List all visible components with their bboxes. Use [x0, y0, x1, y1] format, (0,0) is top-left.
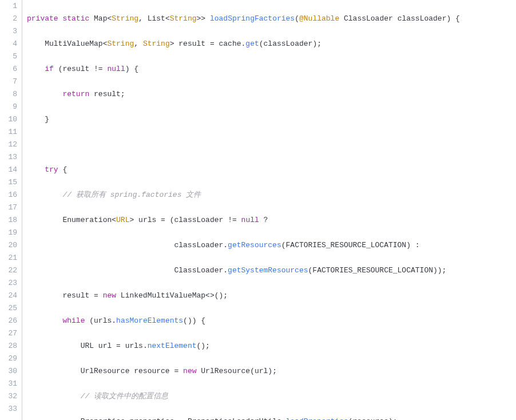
line-number: 29 — [2, 352, 17, 365]
code-line[interactable]: if (result != null) { — [27, 63, 516, 76]
line-number: 24 — [2, 290, 17, 302]
line-number: 4 — [2, 38, 17, 50]
line-number: 19 — [2, 227, 17, 239]
code-line[interactable]: try { — [27, 164, 516, 176]
line-number: 30 — [2, 365, 17, 378]
line-number: 20 — [2, 239, 17, 252]
line-number: 28 — [2, 340, 17, 352]
line-number: 1 — [2, 0, 17, 13]
line-number: 12 — [2, 138, 17, 151]
line-number: 9 — [2, 101, 17, 113]
line-number: 16 — [2, 189, 17, 201]
code-line[interactable]: } — [27, 113, 516, 126]
code-line[interactable]: Enumeration<URL> urls = (classLoader != … — [27, 214, 516, 227]
line-number: 6 — [2, 63, 17, 76]
line-number: 15 — [2, 176, 17, 189]
code-line[interactable]: return result; — [27, 88, 516, 101]
line-number: 33 — [2, 403, 17, 415]
line-number: 14 — [2, 164, 17, 176]
line-number: 18 — [2, 214, 17, 227]
code-editor: 1 2 3 4 5 6 7 8 9 10 11 12 13 14 15 16 1… — [0, 0, 516, 420]
code-line[interactable]: classLoader.getResources(FACTORIES_RESOU… — [27, 239, 516, 252]
code-line[interactable]: // 获取所有 spring.factories 文件 — [27, 189, 516, 201]
line-number: 27 — [2, 327, 17, 340]
line-number: 11 — [2, 126, 17, 138]
line-number: 17 — [2, 201, 17, 214]
line-number: 32 — [2, 390, 17, 403]
code-line[interactable]: MultiValueMap<String, String> result = c… — [27, 38, 516, 50]
code-line[interactable] — [27, 138, 516, 151]
code-line[interactable]: URL url = urls.nextElement(); — [27, 340, 516, 352]
line-number: 23 — [2, 277, 17, 290]
code-line[interactable]: // 读取文件中的配置信息 — [27, 390, 516, 403]
line-number: 26 — [2, 315, 17, 327]
line-number: 22 — [2, 264, 17, 277]
code-line[interactable]: result = new LinkedMultiValueMap<>(); — [27, 290, 516, 302]
line-number: 25 — [2, 302, 17, 315]
line-number: 10 — [2, 113, 17, 126]
line-number: 21 — [2, 252, 17, 264]
line-number: 8 — [2, 88, 17, 101]
line-number: 5 — [2, 50, 17, 63]
code-line[interactable]: private static Map<String, List<String>>… — [27, 13, 516, 25]
code-line[interactable]: Properties properties = PropertiesLoader… — [27, 415, 516, 420]
line-number-gutter: 1 2 3 4 5 6 7 8 9 10 11 12 13 14 15 16 1… — [0, 0, 22, 420]
line-number: 3 — [2, 25, 17, 38]
line-number: 31 — [2, 378, 17, 390]
line-number: 7 — [2, 76, 17, 88]
code-area[interactable]: private static Map<String, List<String>>… — [22, 0, 516, 420]
code-line[interactable]: UrlResource resource = new UrlResource(u… — [27, 365, 516, 378]
line-number: 13 — [2, 151, 17, 164]
code-line[interactable]: while (urls.hasMoreElements()) { — [27, 315, 516, 327]
line-number: 2 — [2, 13, 17, 25]
code-line[interactable]: ClassLoader.getSystemResources(FACTORIES… — [27, 264, 516, 277]
